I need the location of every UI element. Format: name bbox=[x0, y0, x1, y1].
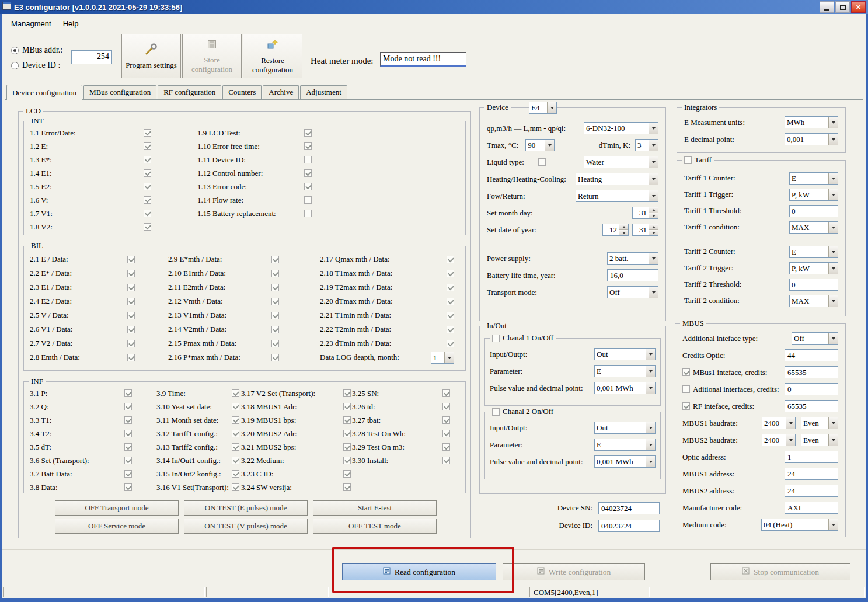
lcd-option-checkbox[interactable] bbox=[442, 389, 450, 397]
tariff-row-control[interactable]: 0 bbox=[789, 279, 838, 291]
lcd-option-checkbox[interactable] bbox=[447, 312, 454, 319]
lcd-option-checkbox[interactable] bbox=[442, 430, 450, 437]
mbus-addr-radio[interactable] bbox=[11, 47, 19, 54]
lcd-option-checkbox[interactable] bbox=[124, 443, 132, 451]
lcd-option-checkbox[interactable] bbox=[232, 416, 239, 424]
tariff-row-control[interactable]: MAX bbox=[789, 221, 838, 234]
lcd-option-checkbox[interactable] bbox=[124, 483, 132, 491]
channel1-checkbox[interactable] bbox=[492, 335, 500, 342]
dtmin-select[interactable]: 3 bbox=[635, 139, 658, 151]
lcd-option-checkbox[interactable] bbox=[304, 156, 312, 163]
set-month-day-spinner[interactable]: 31 bbox=[632, 207, 658, 219]
lcd-option-checkbox[interactable] bbox=[124, 389, 132, 397]
lcd-option-checkbox[interactable] bbox=[144, 142, 151, 150]
program-settings-button[interactable]: Program settings bbox=[121, 34, 181, 78]
chevron-down-icon[interactable] bbox=[646, 382, 655, 394]
lcd-option-checkbox[interactable] bbox=[127, 284, 135, 291]
set-date-month-spinner[interactable]: 12 bbox=[602, 224, 629, 236]
on-test-e-pulses-button[interactable]: ON TEST (E pulses) mode bbox=[184, 500, 308, 516]
chevron-down-icon[interactable] bbox=[547, 102, 556, 113]
chevron-down-icon[interactable] bbox=[828, 263, 838, 274]
chevron-down-icon[interactable] bbox=[649, 190, 658, 201]
additional-credits-checkbox[interactable] bbox=[682, 385, 690, 393]
device-sn-input[interactable]: 04023724 bbox=[598, 502, 660, 514]
lcd-option-checkbox[interactable] bbox=[271, 312, 279, 319]
device-id-radio[interactable] bbox=[11, 62, 19, 69]
channel2-io-select[interactable]: Out bbox=[594, 422, 656, 434]
address-input[interactable]: 254 bbox=[71, 50, 112, 64]
mbus2-baudrate-select[interactable]: 2400 bbox=[762, 434, 796, 446]
chevron-down-icon[interactable] bbox=[828, 173, 838, 184]
lcd-option-checkbox[interactable] bbox=[304, 183, 312, 190]
lcd-option-checkbox[interactable] bbox=[127, 340, 135, 347]
lcd-option-checkbox[interactable] bbox=[304, 169, 312, 177]
lcd-option-checkbox[interactable] bbox=[124, 430, 132, 437]
spin-up-icon[interactable] bbox=[649, 224, 658, 230]
tab[interactable]: Counters bbox=[222, 85, 262, 99]
tab[interactable]: Adjustment bbox=[300, 85, 347, 99]
lcd-option-checkbox[interactable] bbox=[343, 483, 351, 491]
maximize-button[interactable] bbox=[835, 1, 850, 13]
lcd-option-checkbox[interactable] bbox=[304, 196, 312, 204]
tmax-select[interactable]: 90 bbox=[525, 139, 555, 151]
lcd-option-checkbox[interactable] bbox=[271, 270, 279, 277]
lcd-option-checkbox[interactable] bbox=[447, 298, 454, 305]
chevron-down-icon[interactable] bbox=[646, 439, 655, 450]
lcd-option-checkbox[interactable] bbox=[232, 470, 239, 478]
chevron-down-icon[interactable] bbox=[786, 417, 795, 429]
set-date-day-spinner[interactable]: 31 bbox=[632, 224, 658, 236]
channel2-parameter-select[interactable]: E bbox=[594, 439, 656, 451]
tariff-row-control[interactable]: MAX bbox=[789, 295, 838, 307]
lcd-option-checkbox[interactable] bbox=[124, 470, 132, 478]
tab[interactable]: Archive bbox=[263, 85, 299, 99]
off-transport-mode-button[interactable]: OFF Transport mode bbox=[55, 500, 179, 516]
lcd-option-checkbox[interactable] bbox=[127, 256, 135, 263]
lcd-option-checkbox[interactable] bbox=[127, 312, 135, 319]
lcd-option-checkbox[interactable] bbox=[271, 326, 279, 333]
spin-down-icon[interactable] bbox=[649, 230, 658, 235]
lcd-option-checkbox[interactable] bbox=[343, 403, 351, 410]
lcd-option-checkbox[interactable] bbox=[127, 270, 135, 277]
lcd-option-checkbox[interactable] bbox=[232, 389, 239, 397]
off-service-mode-button[interactable]: OFF Service mode bbox=[55, 519, 179, 534]
restore-configuration-button[interactable]: Restore configuration bbox=[243, 34, 302, 78]
chevron-down-icon[interactable] bbox=[828, 333, 838, 344]
channel1-pulse-select[interactable]: 0,001 MWh bbox=[594, 382, 656, 394]
chevron-down-icon[interactable] bbox=[444, 352, 454, 363]
credits-optic-input[interactable]: 44 bbox=[785, 349, 838, 361]
lcd-option-checkbox[interactable] bbox=[232, 443, 239, 451]
lcd-option-checkbox[interactable] bbox=[232, 483, 239, 491]
additional-interface-select[interactable]: Off bbox=[792, 332, 838, 345]
manufacturer-code-input[interactable]: AXI bbox=[785, 502, 838, 514]
optic-address-input[interactable]: 1 bbox=[785, 451, 838, 463]
tab[interactable]: RF configuration bbox=[158, 85, 221, 99]
lcd-option-checkbox[interactable] bbox=[447, 340, 454, 347]
chevron-down-icon[interactable] bbox=[649, 140, 658, 151]
lcd-option-checkbox[interactable] bbox=[144, 129, 151, 137]
lcd-option-checkbox[interactable] bbox=[343, 389, 351, 397]
lcd-option-checkbox[interactable] bbox=[232, 430, 239, 437]
chevron-down-icon[interactable] bbox=[649, 123, 658, 134]
close-button[interactable]: × bbox=[851, 1, 866, 13]
e-decimal-select[interactable]: 0,001 bbox=[785, 133, 838, 145]
channel2-pulse-select[interactable]: 0,001 MWh bbox=[594, 455, 656, 468]
minimize-button[interactable] bbox=[820, 1, 834, 13]
lcd-option-checkbox[interactable] bbox=[447, 270, 454, 277]
mbus1-baudrate-select[interactable]: 2400 bbox=[762, 417, 796, 429]
lcd-option-checkbox[interactable] bbox=[304, 142, 312, 150]
lcd-option-checkbox[interactable] bbox=[447, 326, 454, 333]
chevron-down-icon[interactable] bbox=[649, 253, 658, 264]
start-e-test-button[interactable]: Start E-test bbox=[313, 500, 437, 516]
datalog-depth-select[interactable]: 1 bbox=[431, 352, 454, 364]
lcd-option-checkbox[interactable] bbox=[442, 403, 450, 410]
lcd-option-checkbox[interactable] bbox=[124, 457, 132, 464]
chevron-down-icon[interactable] bbox=[828, 134, 838, 145]
channel1-parameter-select[interactable]: E bbox=[594, 365, 656, 377]
stop-communication-button[interactable]: Stop communication bbox=[710, 563, 850, 580]
mbus1-address-input[interactable]: 24 bbox=[785, 468, 838, 480]
additional-credits-input[interactable]: 0 bbox=[785, 383, 838, 395]
tab[interactable]: MBus configuration bbox=[83, 85, 156, 99]
qp-select[interactable]: 6-DN32-100 bbox=[584, 122, 658, 134]
liquid-type-checkbox[interactable] bbox=[538, 158, 546, 166]
lcd-option-checkbox[interactable] bbox=[232, 457, 239, 464]
